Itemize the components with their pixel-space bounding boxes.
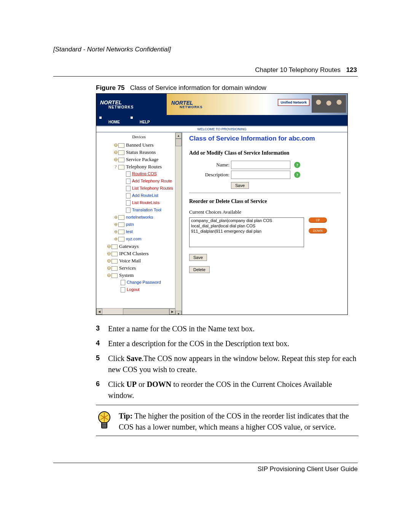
label: IPCM Clusters <box>119 251 149 256</box>
scroll-h-thumb[interactable] <box>123 308 169 315</box>
sidebar-item-change-password[interactable]: Change Password <box>96 279 182 286</box>
label: Status Reasons <box>126 149 156 155</box>
header-rule <box>53 76 358 77</box>
sidebar-item-telephony-routes[interactable]: ?Telephony Routes <box>96 163 182 170</box>
save-button-2[interactable]: Save <box>189 254 207 261</box>
sidebar-item-translation-tool[interactable]: Translation Tool <box>96 206 182 214</box>
label: Add RouteList <box>132 193 158 198</box>
down-button[interactable]: DOWN <box>309 228 327 233</box>
page-number: 123 <box>346 66 357 73</box>
unified-network-badge: Unified Network <box>278 99 309 106</box>
step-text: Click UP or DOWN to reorder the COS in t… <box>108 379 358 401</box>
label: List Telephony Routes <box>132 186 173 190</box>
name-label: Name: <box>197 162 231 168</box>
help-icon[interactable]: ? <box>294 162 300 168</box>
nav-dot-1 <box>99 117 102 119</box>
page-footer: SIP Provisioning Client User Guide <box>53 463 358 473</box>
nav-home[interactable]: HOME <box>105 118 123 126</box>
label: Routing COS <box>132 171 157 176</box>
sidebar-item-routing-cos[interactable]: Routing COS <box>96 170 182 177</box>
main-panel: Class of Service Information for abc.com… <box>182 133 347 315</box>
step-number: 4 <box>96 338 108 349</box>
figure-text: Class of Service information for domain … <box>130 84 266 91</box>
sidebar-item-banned-users[interactable]: ⊖Banned Users <box>96 141 182 149</box>
sidebar-item-service-package[interactable]: ⊖Service Package <box>96 156 182 163</box>
list-item[interactable]: company_dial_plan|company dial plan COS <box>190 218 304 223</box>
t: UP <box>126 380 137 388</box>
help-icon[interactable]: ? <box>294 172 300 178</box>
choices-listbox[interactable]: company_dial_plan|company dial plan COS … <box>189 217 304 247</box>
tip-text: Tip: The higher the position of the COS … <box>119 411 358 433</box>
label: Logout <box>127 287 140 292</box>
instruction-steps: 3 Enter a name for the COS in the Name t… <box>96 323 358 401</box>
name-input[interactable] <box>231 161 290 169</box>
tip-body: The higher the position of the COS in th… <box>119 412 349 431</box>
figure-label: Figure 75 <box>96 84 125 91</box>
banner-photo <box>312 95 346 113</box>
tip-rule-top <box>96 405 358 405</box>
lightbulb-icon <box>96 411 113 430</box>
label: Services <box>119 265 136 271</box>
page-title: Class of Service Information for abc.com <box>189 135 341 142</box>
sidebar-item-gateways[interactable]: ⊖Gateways <box>96 243 182 250</box>
sidebar-item-status-reasons[interactable]: ⊖Status Reasons <box>96 149 182 156</box>
brand-name: NORTEL <box>100 99 122 105</box>
t: Save <box>126 354 142 363</box>
sidebar-item-test[interactable]: ⊖test <box>96 228 182 235</box>
delete-button[interactable]: Delete <box>189 266 210 273</box>
sidebar-item-list-telephony-routes[interactable]: List Telephony Routes <box>96 185 182 192</box>
sidebar-item-list-routelists[interactable]: List RouteLists <box>96 199 182 206</box>
label: System <box>119 272 134 278</box>
sidebar: Devices ⊖Banned Users ⊖Status Reasons ⊖S… <box>96 133 182 315</box>
brand-sub: NETWORKS <box>108 105 134 109</box>
step-number: 5 <box>96 353 108 375</box>
label: pstn <box>126 222 134 227</box>
scroll-thumb[interactable] <box>175 139 182 146</box>
section-reorder: Reorder or Delete Class of Service <box>189 198 341 204</box>
list-item[interactable]: 911_dialplan|911 emergency dial plan <box>190 228 304 234</box>
sidebar-item-voicemail[interactable]: ⊖Voice Mail <box>96 257 182 264</box>
sidebar-item-xyz[interactable]: ⊖xyz.com <box>96 235 182 243</box>
screenshot: NORTEL NETWORKS NORTEL NETWORKS Unified … <box>96 93 348 315</box>
list-item[interactable]: local_dial_plan|local dial plan COS <box>190 223 304 228</box>
scroll-up-icon[interactable]: ▲ <box>175 133 182 139</box>
t: or <box>137 380 147 388</box>
sidebar-item-add-telephony-route[interactable]: Add Telephony Route <box>96 177 182 185</box>
sidebar-scrollbar-vertical[interactable]: ▲ ▼ <box>175 133 182 315</box>
label: Voice Mail <box>119 258 141 264</box>
description-input[interactable] <box>231 171 290 179</box>
sidebar-item-pstn[interactable]: ⊖pstn <box>96 221 182 228</box>
welcome-bar: WELCOME TO PROVISIONING <box>96 126 347 133</box>
label: xyz.com <box>126 236 141 241</box>
label: nortelnetworks <box>126 215 153 219</box>
nav-help[interactable]: HELP <box>137 118 153 126</box>
up-button[interactable]: UP <box>309 217 327 223</box>
label: List RouteLists <box>132 200 159 205</box>
sidebar-item-services[interactable]: ⊖Services <box>96 264 182 272</box>
scroll-down-icon[interactable]: ▼ <box>175 311 182 315</box>
sidebar-item-system[interactable]: ⊖System <box>96 272 182 279</box>
label: Service Package <box>126 157 159 162</box>
sidebar-item-logout[interactable]: Logout <box>96 286 182 293</box>
sidebar-item-add-routelist[interactable]: Add RouteList <box>96 192 182 199</box>
tip-row: Tip: The higher the position of the COS … <box>96 411 358 433</box>
chapter-header: Chapter 10 Telephony Routes 123 <box>53 66 358 74</box>
step-number: 6 <box>96 379 108 401</box>
sidebar-item-nortelnetworks[interactable]: ⊖nortelnetworks <box>96 214 182 221</box>
brand-right: NORTEL NETWORKS Unified Network <box>167 94 347 115</box>
scroll-right-icon[interactable]: ▶ <box>169 308 175 315</box>
nav-dot-2 <box>131 117 133 119</box>
save-button[interactable]: Save <box>231 182 249 189</box>
t: DOWN <box>147 380 171 388</box>
step-text: Enter a description for the COS in the D… <box>108 338 358 349</box>
sidebar-scrollbar-horizontal[interactable]: ◀ ▶ <box>96 308 175 315</box>
confidential-notice: [Standard - Nortel Networks Confidential… <box>53 46 358 53</box>
sidebar-devices-header: Devices <box>96 133 182 141</box>
description-label: Description: <box>197 172 231 178</box>
step-text: Enter a name for the COS in the Name tex… <box>108 323 358 334</box>
step-text: Click Save.The COS now appears in the wi… <box>108 353 358 375</box>
brand-left: NORTEL NETWORKS <box>96 94 167 115</box>
label: Telephony Routes <box>126 164 162 169</box>
sidebar-item-ipcm[interactable]: ⊖IPCM Clusters <box>96 250 182 257</box>
scroll-left-icon[interactable]: ◀ <box>96 308 102 315</box>
